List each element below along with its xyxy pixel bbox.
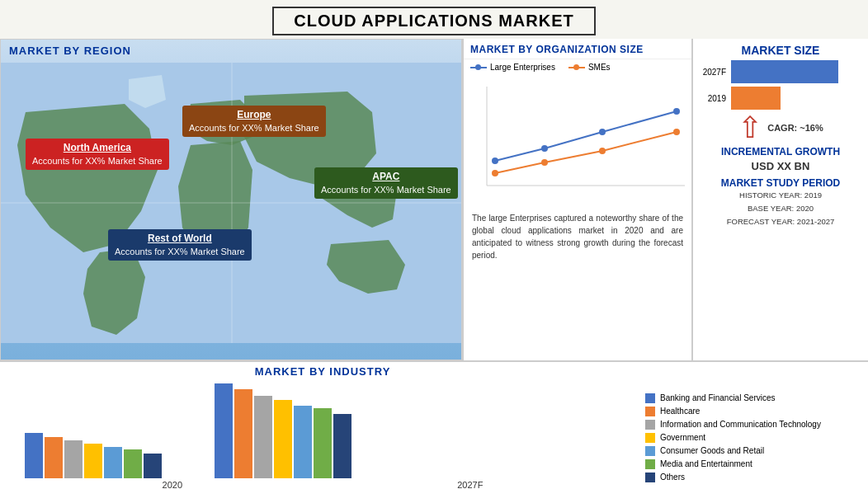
legend-label-5: Media and Entertainment [660, 459, 752, 468]
legend-item-3: Government [645, 433, 860, 443]
legend-color-2 [645, 420, 655, 430]
legend-color-3 [645, 433, 655, 443]
legend-item-5: Media and Entertainment [645, 459, 860, 469]
ms-row-2027: 2027F [700, 60, 861, 83]
region-europe: Europe Accounts for XX% Market Share [182, 106, 326, 137]
rw-detail: Accounts for XX% Market Share [115, 247, 245, 256]
na-detail: Accounts for XX% Market Share [32, 156, 163, 166]
bar-6-2020 [144, 454, 162, 478]
historic-year: HISTORIC YEAR: 2019 [700, 189, 861, 202]
org-description: The large Enterprises captured a notewor… [464, 207, 691, 266]
smes-label: SMEs [588, 63, 611, 72]
bar-1-2020 [45, 437, 63, 478]
bar-4-2020 [104, 447, 122, 478]
main-layout: MARKET BY REGION [0, 39, 868, 360]
forecast-year: FORECAST YEAR: 2021-2027 [700, 215, 861, 228]
industry-bar-chart [8, 379, 637, 478]
svg-point-5 [492, 158, 498, 164]
region-north-america: North America Accounts for XX% Market Sh… [26, 139, 169, 170]
ms-year-2019: 2019 [700, 94, 726, 103]
title-bar: CLOUD APPLICATIONS MARKET [0, 0, 868, 39]
svg-point-6 [541, 145, 548, 152]
legend-label-2: Information and Communication Technology [660, 420, 821, 429]
bar-3-2027 [274, 400, 292, 478]
legend-label-6: Others [660, 473, 685, 482]
org-section: MARKET BY ORGANIZATION SIZE Large Enterp… [462, 39, 693, 360]
page-title: CLOUD APPLICATIONS MARKET [272, 7, 595, 35]
map-svg [1, 63, 462, 343]
ms-bar-2019 [731, 87, 781, 110]
legend-item-0: Banking and Financial Services [645, 393, 860, 403]
region-rest-world: Rest of World Accounts for XX% Market Sh… [108, 229, 252, 261]
study-period-details: HISTORIC YEAR: 2019 BASE YEAR: 2020 FORE… [700, 189, 861, 228]
large-ent-label: Large Enterprises [490, 63, 555, 72]
org-legend: Large Enterprises SMEs [464, 59, 691, 75]
rw-name: Rest of World [115, 233, 245, 246]
smes-dot [568, 67, 585, 68]
svg-point-9 [492, 170, 498, 176]
legend-color-0 [645, 393, 655, 403]
year-2027f: 2027F [457, 480, 483, 489]
base-year: BASE YEAR: 2020 [700, 202, 861, 215]
region-apac: APAC Accounts for XX% Market Share [314, 167, 458, 199]
bar-5-2020 [124, 449, 142, 478]
bar-5-2027 [314, 408, 332, 478]
legend-label-1: Healthcare [660, 407, 700, 416]
apac-detail: Accounts for XX% Market Share [321, 185, 451, 195]
legend-color-6 [645, 473, 655, 482]
eu-detail: Accounts for XX% Market Share [189, 123, 319, 133]
svg-point-7 [599, 129, 606, 135]
industry-legend: Banking and Financial ServicesHealthcare… [645, 365, 860, 489]
bar-2-2020 [64, 440, 83, 478]
na-name: North America [32, 142, 163, 155]
year-2020: 2020 [163, 480, 182, 489]
svg-point-10 [541, 159, 548, 166]
industry-chart-area: MARKET BY INDUSTRY 2020 2027F [8, 365, 637, 489]
bar-4-2027 [294, 406, 312, 478]
legend-label-3: Government [660, 433, 705, 442]
bar-1-2027 [234, 389, 252, 478]
legend-large-enterprises: Large Enterprises [470, 63, 555, 72]
legend-label-4: Consumer Goods and Retail [660, 446, 764, 455]
bar-0-2020 [25, 433, 43, 478]
market-size-section: MARKET SIZE 2027F 2019 ⇧ CAGR: ~16% INCR… [693, 39, 868, 360]
industry-title: MARKET BY INDUSTRY [8, 365, 637, 378]
legend-item-6: Others [645, 473, 860, 482]
svg-point-12 [673, 129, 680, 135]
map-section: MARKET BY REGION [0, 39, 462, 360]
bar-3-2020 [84, 444, 102, 478]
line-chart [464, 75, 691, 207]
ms-bar-chart: 2027F 2019 [700, 60, 861, 110]
cagr-container: ⇧ CAGR: ~16% [700, 113, 861, 143]
legend-item-4: Consumer Goods and Retail [645, 446, 860, 456]
ms-bar-2027 [731, 60, 838, 83]
legend-item-1: Healthcare [645, 407, 860, 416]
svg-point-11 [599, 148, 606, 154]
bottom-section: MARKET BY INDUSTRY 2020 2027F Banking an… [0, 360, 868, 489]
large-ent-dot [470, 67, 487, 68]
apac-name: APAC [321, 171, 451, 184]
svg-point-8 [673, 108, 680, 115]
bar-group-2027 [215, 383, 351, 478]
legend-item-2: Information and Communication Technology [645, 420, 860, 430]
cagr-text: CAGR: ~16% [767, 123, 823, 133]
year-labels: 2020 2027F [8, 480, 637, 489]
market-size-title: MARKET SIZE [700, 44, 861, 57]
cagr-arrow-icon: ⇧ [738, 113, 762, 143]
line-chart-svg [470, 78, 688, 206]
usd-value: USD XX BN [700, 160, 861, 172]
bar-group-2020 [25, 433, 162, 478]
incremental-growth-title: INCREMENTAL GROWTH [700, 146, 861, 158]
study-period-title: MARKET STUDY PERIOD [700, 177, 861, 189]
legend-smes: SMEs [568, 63, 611, 72]
bar-0-2027 [215, 383, 233, 478]
org-title: MARKET BY ORGANIZATION SIZE [464, 39, 691, 59]
eu-name: Europe [189, 109, 319, 122]
bar-2-2027 [254, 396, 272, 478]
bar-6-2027 [333, 414, 351, 478]
legend-label-0: Banking and Financial Services [660, 393, 776, 402]
legend-color-1 [645, 407, 655, 416]
legend-color-5 [645, 459, 655, 469]
legend-color-4 [645, 446, 655, 456]
map-title: MARKET BY REGION [1, 40, 461, 60]
